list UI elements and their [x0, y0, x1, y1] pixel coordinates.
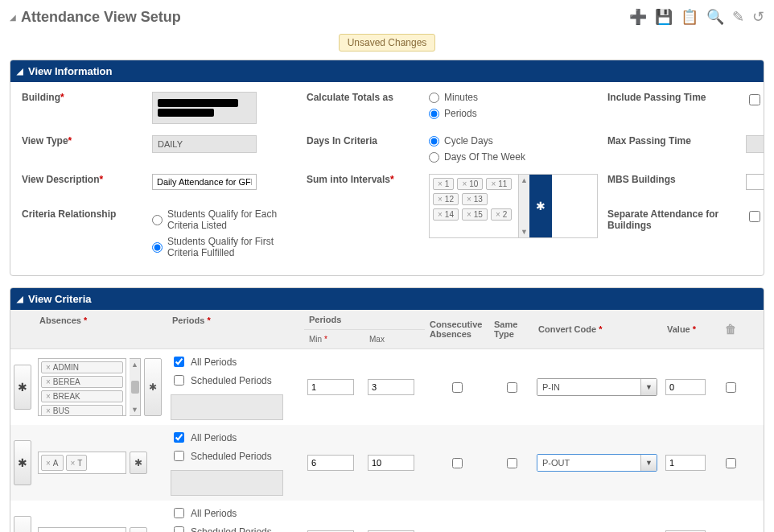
interval-tag[interactable]: × 11	[486, 178, 512, 190]
lbl-inc-passing: Include Passing Time	[607, 92, 706, 103]
absence-list[interactable]: × ADMIN× BEREA× BREAK× BUS× CLINI	[38, 358, 126, 416]
interval-tag[interactable]: × 14	[433, 208, 459, 221]
radio-periods[interactable]	[429, 109, 439, 119]
view-type-field: DAILY	[152, 135, 257, 153]
interval-tag[interactable]: × 15	[462, 208, 488, 221]
absence-picker-btn[interactable]: ✱	[130, 452, 147, 474]
building-field[interactable]	[152, 92, 257, 124]
value-input[interactable]	[665, 455, 706, 471]
chk-all-periods[interactable]	[174, 357, 184, 367]
max-input[interactable]	[368, 455, 414, 471]
min-input[interactable]	[307, 455, 354, 471]
chk-consec[interactable]	[452, 458, 463, 468]
interval-tag[interactable]: × 13	[462, 193, 488, 205]
copy-icon[interactable]: 📋	[681, 8, 698, 26]
chk-delete-row[interactable]	[726, 458, 736, 468]
lbl-sum-into: Sum into Intervals	[307, 174, 390, 185]
radio-cycle[interactable]	[429, 136, 439, 146]
value-input[interactable]	[665, 379, 706, 395]
trash-icon: 🗑	[718, 318, 743, 340]
lbl-view-type: View Type	[22, 135, 68, 146]
edit-icon[interactable]: ✎	[732, 8, 744, 26]
view-desc-input[interactable]	[152, 174, 257, 190]
interval-tag[interactable]: × 1	[433, 178, 454, 190]
chk-same-type[interactable]	[507, 458, 517, 468]
absence-picker-btn[interactable]: ✱	[144, 358, 162, 416]
convert-code-dropdown[interactable]: P-IN▼	[537, 378, 657, 396]
collapse-icon[interactable]: ◢	[10, 13, 16, 22]
absence-list[interactable]	[38, 527, 126, 532]
panel-title: View Criteria	[28, 293, 92, 305]
row-expand-btn[interactable]: ✱	[14, 365, 31, 410]
panel-title: View Information	[28, 65, 113, 77]
lbl-max-passing: Max Passing Time	[607, 135, 691, 146]
criteria-row: ✱× ADMIN× BEREA× BREAK× BUS× CLINI▲▼✱All…	[10, 349, 764, 425]
absence-picker-btn[interactable]: ✱	[130, 527, 147, 532]
radio-dow[interactable]	[429, 152, 439, 163]
interval-picker[interactable]: × 1× 10× 11× 12× 13× 14× 15× 2 ▲▼ ✱	[429, 174, 598, 238]
row-expand-btn[interactable]: ✱	[14, 440, 31, 485]
interval-tag[interactable]: × 12	[433, 193, 459, 205]
chk-delete-row[interactable]	[726, 382, 736, 393]
chk-inc-passing[interactable]	[749, 94, 760, 105]
period-value-box	[171, 394, 283, 420]
criteria-row: ✱✱All PeriodsScheduled Periods✱▼	[10, 501, 764, 532]
chk-all-periods[interactable]	[174, 432, 184, 443]
radio-minutes[interactable]	[429, 93, 439, 103]
lbl-view-desc: View Description	[22, 174, 99, 185]
row-expand-btn[interactable]: ✱	[14, 516, 31, 532]
page-toolbar: ➕ 💾 📋 🔍 ✎ ↺	[629, 8, 764, 26]
mbs-input[interactable]	[746, 174, 764, 190]
unsaved-banner: Unsaved Changes	[339, 34, 436, 52]
max-passing-field[interactable]	[746, 135, 764, 153]
lbl-building: Building	[22, 92, 60, 103]
absence-list[interactable]: × A× T	[38, 452, 126, 474]
lbl-calc-totals: Calculate Totals as	[307, 92, 393, 103]
collapse-icon[interactable]: ◢	[17, 67, 23, 76]
radio-crit-each[interactable]	[152, 215, 163, 225]
page-title: Attendance View Setup	[21, 9, 181, 26]
chk-same-type[interactable]	[507, 382, 517, 393]
max-input[interactable]	[368, 379, 414, 395]
chk-consec[interactable]	[452, 382, 463, 393]
convert-code-dropdown[interactable]: P-OUT▼	[537, 454, 657, 472]
chk-sched-periods[interactable]	[174, 375, 184, 386]
save-icon[interactable]: 💾	[655, 8, 673, 26]
radio-crit-first[interactable]	[152, 242, 163, 253]
criteria-row: ✱× A× T✱All PeriodsScheduled PeriodsP-OU…	[10, 425, 764, 501]
search-icon[interactable]: 🔍	[706, 8, 724, 26]
chk-sched-periods[interactable]	[174, 451, 184, 461]
chk-all-periods[interactable]	[174, 508, 184, 518]
collapse-icon[interactable]: ◢	[17, 295, 23, 303]
interval-open-btn[interactable]: ✱	[529, 175, 552, 237]
period-value-box	[171, 470, 283, 496]
min-input[interactable]	[307, 379, 354, 395]
interval-tag[interactable]: × 10	[457, 178, 483, 190]
lbl-mbs: MBS Buildings	[607, 174, 676, 185]
lbl-days-in: Days In Criteria	[307, 135, 377, 146]
lbl-crit-rel: Criteria Relationship	[22, 208, 116, 220]
interval-tag[interactable]: × 2	[491, 208, 512, 221]
chk-sched-periods[interactable]	[174, 526, 184, 532]
add-icon[interactable]: ➕	[629, 8, 647, 26]
history-icon[interactable]: ↺	[752, 8, 764, 26]
lbl-sep-att: Separate Attendance for Buildings	[607, 208, 718, 231]
chk-sep-att[interactable]	[749, 211, 760, 222]
view-information-panel: ◢ View Information Building* Calculate T…	[10, 60, 764, 276]
view-criteria-panel: ◢ View Criteria Absences * Periods * Per…	[10, 287, 764, 532]
